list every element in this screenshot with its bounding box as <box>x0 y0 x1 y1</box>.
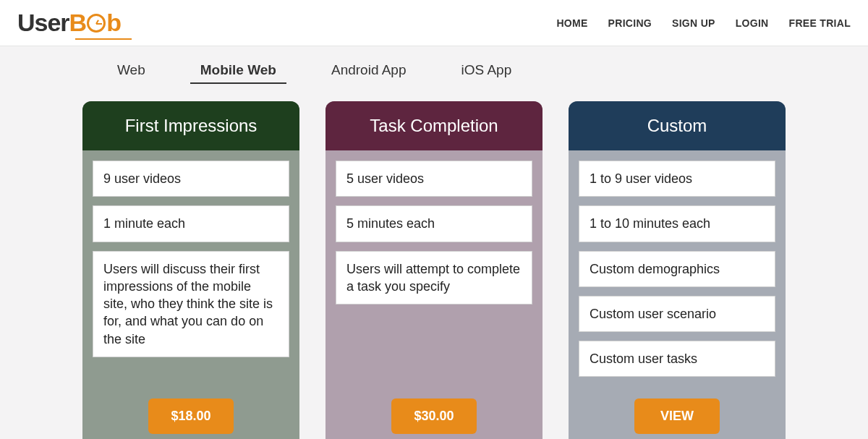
logo-text-b2: b <box>106 9 121 36</box>
clock-icon <box>87 14 106 33</box>
plan-title: Custom <box>569 101 786 150</box>
feature-item: 1 to 9 user videos <box>579 161 775 197</box>
feature-item: Custom user scenario <box>579 296 775 332</box>
plan-features: 9 user videos 1 minute each Users will d… <box>82 150 299 394</box>
plan-features: 1 to 9 user videos 1 to 10 minutes each … <box>569 150 786 394</box>
feature-item: Users will attempt to complete a task yo… <box>336 251 532 305</box>
price-row: $30.00 <box>326 394 542 439</box>
nav-free-trial[interactable]: FREE TRIAL <box>789 17 851 29</box>
view-button[interactable]: VIEW <box>634 398 720 434</box>
feature-item: 5 minutes each <box>336 205 532 242</box>
logo-underline <box>75 38 132 40</box>
site-header: UserBb HOME PRICING SIGN UP LOGIN FREE T… <box>0 0 868 46</box>
tab-mobile-web[interactable]: Mobile Web <box>190 58 286 84</box>
tab-ios-app[interactable]: iOS App <box>451 58 522 84</box>
main-nav: HOME PRICING SIGN UP LOGIN FREE TRIAL <box>556 17 851 29</box>
nav-pricing[interactable]: PRICING <box>608 17 652 29</box>
tab-android-app[interactable]: Android App <box>321 58 417 84</box>
logo-text-user: User <box>17 9 69 36</box>
plan-title: Task Completion <box>326 101 542 150</box>
tab-web[interactable]: Web <box>107 58 156 84</box>
plan-custom: Custom 1 to 9 user videos 1 to 10 minute… <box>569 101 786 439</box>
feature-item: 5 user videos <box>336 161 532 197</box>
price-button[interactable]: $30.00 <box>391 398 477 434</box>
logo-text-b: B <box>69 9 87 36</box>
logo[interactable]: UserBb <box>17 9 121 37</box>
feature-item: Custom user tasks <box>579 341 775 377</box>
platform-tabs: Web Mobile Web Android App iOS App <box>107 46 868 95</box>
feature-item: Users will discuss their first impressio… <box>93 251 289 357</box>
price-button[interactable]: $18.00 <box>148 398 234 434</box>
plan-features: 5 user videos 5 minutes each Users will … <box>326 150 542 394</box>
nav-login[interactable]: LOGIN <box>736 17 769 29</box>
plan-first-impressions: First Impressions 9 user videos 1 minute… <box>82 101 299 439</box>
plan-task-completion: Task Completion 5 user videos 5 minutes … <box>326 101 542 439</box>
feature-item: Custom demographics <box>579 251 775 287</box>
nav-home[interactable]: HOME <box>556 17 587 29</box>
price-row: VIEW <box>569 394 786 439</box>
pricing-plans: First Impressions 9 user videos 1 minute… <box>0 95 868 439</box>
plan-title: First Impressions <box>82 101 299 150</box>
price-row: $18.00 <box>82 394 299 439</box>
feature-item: 9 user videos <box>93 161 289 197</box>
feature-item: 1 minute each <box>93 205 289 242</box>
nav-signup[interactable]: SIGN UP <box>672 17 715 29</box>
feature-item: 1 to 10 minutes each <box>579 205 775 242</box>
